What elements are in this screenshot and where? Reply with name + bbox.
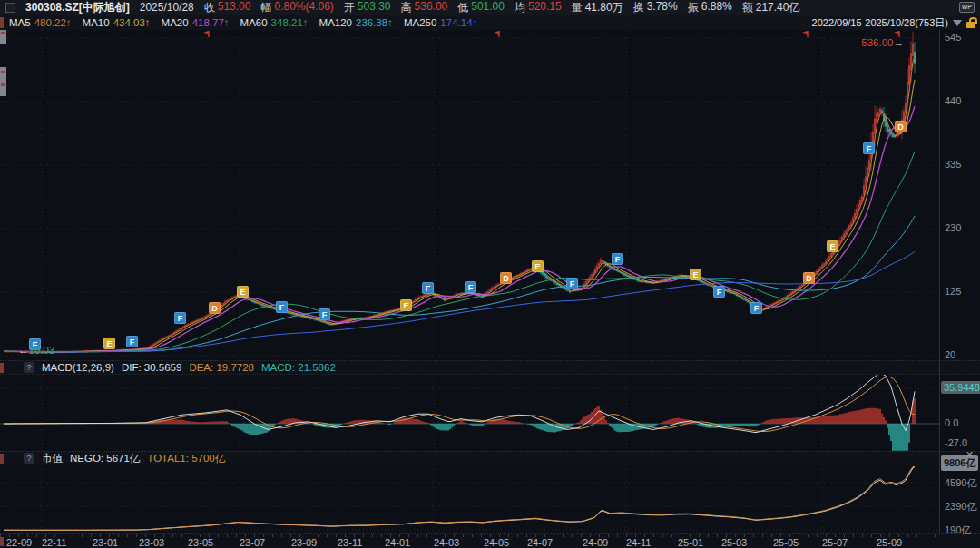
quote-field-振: 振6.88% — [688, 0, 732, 15]
event-marker-E[interactable]: E — [690, 269, 701, 280]
quote-field-收: 收513.00 — [204, 0, 251, 15]
price-axis-label: 125 — [945, 286, 961, 297]
time-label-22-09: 22-09 — [6, 537, 32, 548]
quote-fields: 收513.00幅0.80%(4.06)开503.30高536.00低501.00… — [204, 0, 800, 15]
event-flag-icon[interactable] — [203, 31, 209, 37]
ma-item-MA60: MA60348.21↑ — [240, 17, 309, 28]
event-marker-E[interactable]: E — [400, 299, 412, 311]
time-label-24-05: 24-05 — [484, 537, 509, 548]
date-range-selector[interactable]: 2022/09/15-2025/10/28(753日) — [812, 16, 948, 30]
event-marker-D[interactable]: D — [209, 302, 220, 314]
price-chart-canvas[interactable] — [0, 30, 939, 360]
macd-zero-label: 0.0 — [945, 417, 958, 428]
event-marker-F[interactable]: F — [863, 142, 875, 154]
time-label-24-03: 24-03 — [434, 537, 459, 548]
event-marker-D[interactable]: D — [500, 272, 512, 284]
quote-field-低: 低501.00 — [457, 0, 505, 15]
event-marker-F[interactable]: F — [465, 281, 476, 293]
cap-nego-value: NEGO: 5671亿 — [70, 452, 140, 465]
ma-item-MA250: MA250174.14↑ — [404, 17, 477, 28]
macd-pane-header: ? MACD(12,26,9) DIF: 30.5659 DEA: 19.772… — [0, 360, 980, 375]
stock-chart-window: 300308.SZ[中际旭创] 2025/10/28 收513.00幅0.80%… — [0, 0, 980, 548]
left-edge-mark — [0, 363, 4, 373]
macd-chart-canvas[interactable] — [0, 375, 939, 451]
chevron-down-icon[interactable] — [953, 20, 962, 26]
event-marker-F[interactable]: F — [713, 286, 725, 298]
time-label-23-01: 23-01 — [93, 537, 118, 548]
event-flag-icon[interactable] — [802, 31, 808, 37]
quote-field-量: 量41.80万 — [572, 0, 623, 15]
price-axis-label: 335 — [945, 159, 961, 170]
arrow-left-icon: ← — [18, 345, 29, 356]
cap-total-value: TOTAL1: 5700亿 — [147, 452, 225, 465]
event-marker-F[interactable]: F — [276, 301, 288, 313]
quote-date: 2025/10/28 — [140, 1, 194, 14]
close-icon[interactable]: ✕ — [965, 449, 974, 461]
event-marker-E[interactable]: E — [103, 338, 115, 349]
quote-field-幅: 幅0.80%(4.06) — [260, 0, 333, 15]
macd-macd-value: MACD: 21.5862 — [261, 362, 336, 373]
time-label-24-11: 24-11 — [626, 537, 651, 548]
left-edge-mark — [0, 454, 4, 464]
quote-field-换: 换3.78% — [633, 0, 678, 15]
ma-values: MA5480.22↑MA10434.03↑MA20418.77↑MA60348.… — [9, 17, 477, 28]
macd-min-label: -27.0 — [945, 437, 967, 448]
time-label-24-09: 24-09 — [583, 537, 608, 548]
time-axis: 22-0922-1123-0123-0323-0523-0723-0923-11… — [0, 533, 980, 548]
ma-item-MA120: MA120236.38↑ — [319, 17, 393, 28]
macd-title: MACD(12,26,9) — [42, 362, 114, 373]
cap-axis-label: 2390亿 — [945, 500, 976, 514]
event-marker-D[interactable]: D — [803, 272, 815, 284]
quote-field-开: 开503.30 — [344, 0, 391, 15]
ma-item-MA20: MA20418.77↑ — [162, 17, 230, 28]
event-marker-E[interactable]: E — [237, 286, 249, 298]
price-axis-label: 20 — [945, 349, 956, 360]
high-price-annotation: 536.00→ — [840, 37, 904, 48]
left-edge-mark — [0, 537, 4, 546]
wp-tool-icon[interactable]: WP — [959, 2, 975, 13]
help-icon[interactable]: ? — [24, 453, 34, 464]
event-marker-F[interactable]: F — [750, 302, 762, 314]
help-icon[interactable]: ? — [24, 362, 34, 373]
time-label-23-05: 23-05 — [188, 537, 213, 548]
window-icon[interactable] — [5, 3, 15, 13]
axis-divider — [939, 30, 940, 533]
main-candlestick-chart[interactable] — [0, 30, 939, 360]
macd-last-value-badge: 35.9448 — [941, 381, 980, 394]
event-flag-icon[interactable] — [494, 31, 499, 37]
event-marker-F[interactable]: F — [612, 253, 623, 265]
event-marker-E[interactable]: E — [827, 240, 838, 252]
event-marker-F[interactable]: F — [318, 308, 330, 320]
marketcap-chart-canvas[interactable] — [0, 465, 939, 533]
time-label-25-09: 25-09 — [877, 537, 902, 548]
time-label-23-03: 23-03 — [139, 537, 164, 548]
time-label-25-03: 25-03 — [721, 537, 747, 548]
event-marker-F[interactable]: F — [422, 282, 434, 294]
time-label-22-11: 22-11 — [42, 537, 66, 548]
left-panel-sliver — [0, 67, 6, 96]
unlock-icon[interactable] — [966, 17, 976, 28]
time-label-25-07: 25-07 — [822, 537, 848, 548]
low-price-annotation: ←18.03 — [18, 345, 54, 356]
cap-axis-label: 190亿 — [945, 524, 971, 537]
event-marker-F[interactable]: F — [566, 278, 578, 289]
quote-header-bar: 300308.SZ[中际旭创] 2025/10/28 收513.00幅0.80%… — [0, 0, 980, 15]
event-marker-D[interactable]: D — [895, 121, 906, 132]
time-label-23-07: 23-07 — [240, 537, 265, 548]
event-marker-F[interactable]: F — [174, 312, 186, 324]
arrow-right-icon: → — [894, 37, 905, 48]
ma-item-MA10: MA10434.03↑ — [83, 17, 151, 28]
event-flag-icon[interactable] — [894, 31, 899, 37]
price-axis-label: 440 — [945, 95, 961, 106]
time-label-24-01: 24-01 — [385, 537, 410, 548]
macd-dif-value: DIF: 30.5659 — [122, 362, 181, 373]
event-marker-F[interactable]: F — [126, 336, 138, 347]
stock-symbol: 300308.SZ[中际旭创] — [25, 0, 130, 15]
price-axis-label: 230 — [945, 222, 961, 233]
event-marker-E[interactable]: E — [532, 260, 544, 272]
ma-indicator-bar: MA5480.22↑MA10434.03↑MA20418.77↑MA60348.… — [0, 15, 980, 30]
time-label-25-01: 25-01 — [678, 537, 703, 548]
left-panel-sliver — [0, 30, 6, 44]
quote-field-额: 额217.40亿 — [742, 0, 800, 15]
ma-item-MA5: MA5480.22↑ — [9, 17, 72, 28]
